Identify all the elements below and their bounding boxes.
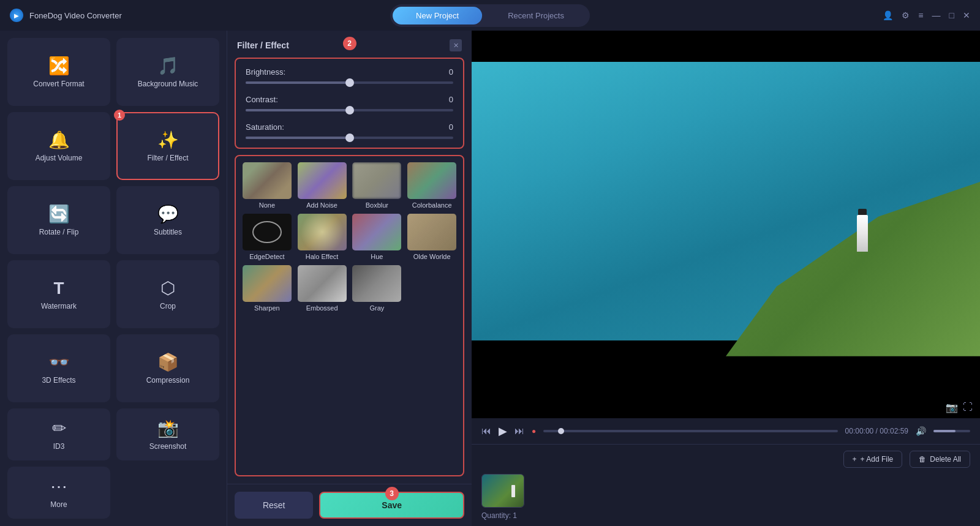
watermark-icon: T [53, 279, 64, 298]
convert-format-label: Convert Format [33, 80, 84, 88]
logo-icon: ▶ [14, 12, 19, 19]
sidebar-item-watermark[interactable]: T Watermark [7, 260, 110, 328]
crop-icon: ⬡ [160, 278, 175, 298]
volume-icon[interactable]: 🔊 [916, 426, 926, 436]
filter-embossed[interactable]: Embossed [297, 265, 347, 312]
settings-icon[interactable]: ⚙ [902, 10, 910, 20]
app-title: FoneDog Video Converter [29, 11, 122, 20]
sidebar-item-adjust-volume[interactable]: 🔔 Adjust Volume [7, 112, 110, 180]
saturation-label: Saturation: [246, 122, 284, 132]
crop-label: Crop [160, 302, 176, 310]
delete-all-icon: 🗑 [919, 455, 926, 464]
skip-back-button[interactable]: ⏮ [481, 426, 491, 437]
sidebar-item-convert-format[interactable]: 🔀 Convert Format [7, 38, 110, 106]
contrast-track[interactable] [246, 109, 453, 111]
panel-close-button[interactable]: ✕ [450, 39, 462, 51]
filter-hue[interactable]: Hue [352, 214, 402, 260]
fullscreen-icon[interactable]: ⛶ [963, 402, 973, 413]
filter-none[interactable]: None [242, 162, 292, 209]
camera-icon[interactable]: 📷 [946, 402, 958, 413]
recent-projects-button[interactable]: Recent Projects [484, 7, 587, 24]
sidebar-item-subtitles[interactable]: 💬 Subtitles [116, 186, 219, 254]
rotate-flip-icon: 🔄 [48, 204, 70, 224]
black-bar-bottom [472, 356, 980, 418]
video-controls: ⏮ ▶ ⏭ ● 00:00:00 / 00:02:59 🔊 [472, 418, 980, 444]
id3-label: ID3 [53, 442, 65, 451]
sidebar-item-filter-effect[interactable]: ✨ Filter / Effect [116, 112, 219, 180]
new-project-button[interactable]: New Project [393, 7, 482, 24]
brightness-track[interactable] [246, 81, 453, 84]
filter-olde-worlde-thumb [407, 214, 456, 250]
title-bar-center: New Project Recent Projects [390, 4, 590, 27]
filter-colorbalance[interactable]: Colorbalance [407, 162, 457, 209]
add-file-button[interactable]: + + Add File [843, 451, 903, 468]
file-item-1: Quantity: 1 [481, 474, 524, 520]
close-button[interactable]: ✕ [963, 10, 970, 20]
contrast-label: Contrast: [246, 95, 278, 104]
sidebar-item-screenshot[interactable]: 📸 Screenshot [116, 408, 219, 460]
brightness-header: Brightness: 0 [246, 67, 453, 77]
sidebar-item-compression[interactable]: 📦 Compression [116, 334, 219, 402]
menu-icon[interactable]: ≡ [918, 10, 923, 20]
contrast-header: Contrast: 0 [246, 95, 453, 104]
file-list: Quantity: 1 [481, 474, 970, 520]
record-button[interactable]: ● [532, 427, 536, 435]
sidebar-item-3d-effects[interactable]: 👓 3D Effects [7, 334, 110, 402]
saturation-header: Saturation: 0 [246, 122, 453, 132]
minimize-button[interactable]: — [932, 10, 941, 20]
more-icon: ⋯ [50, 476, 67, 497]
filter-hue-thumb [352, 214, 401, 250]
background-music-label: Background Music [138, 80, 198, 88]
filter-embossed-thumb [298, 265, 347, 302]
skip-forward-button[interactable]: ⏭ [514, 426, 524, 437]
filter-boxblur-label: Boxblur [366, 201, 388, 209]
progress-bar[interactable] [543, 430, 837, 432]
volume-slider[interactable] [933, 430, 970, 432]
file-toolbar: + + Add File 🗑 Delete All [481, 451, 970, 468]
adjust-volume-label: Adjust Volume [36, 154, 83, 162]
filter-panel: Filter / Effect 2 ✕ Brightness: 0 Contra [227, 31, 472, 526]
sidebar-item-id3[interactable]: ✏ ID3 [7, 408, 110, 460]
app-logo: ▶ [10, 9, 23, 22]
delete-all-button[interactable]: 🗑 Delete All [910, 451, 970, 468]
saturation-track[interactable] [246, 137, 453, 139]
filter-sharpen[interactable]: Sharpen [242, 265, 292, 312]
save-label: Save [382, 500, 402, 510]
panel-badge: 2 [343, 37, 356, 50]
brightness-row: Brightness: 0 [246, 67, 453, 84]
filter-olde-worlde-label: Olde Worlde [413, 253, 451, 260]
file-area: + + Add File 🗑 Delete All Quantity: 1 [472, 444, 980, 526]
filter-sharpen-label: Sharpen [254, 304, 280, 312]
panel-footer: Reset 3 Save [227, 484, 472, 526]
title-bar-left: ▶ FoneDog Video Converter [10, 9, 122, 22]
maximize-button[interactable]: □ [949, 10, 954, 20]
filter-edge-detect[interactable]: EdgeDetect [242, 214, 292, 260]
filter-colorbalance-thumb [407, 162, 456, 199]
add-file-label: + Add File [861, 455, 894, 464]
black-bar-top [472, 31, 980, 66]
save-button[interactable]: 3 Save [319, 492, 464, 519]
sidebar-item-background-music[interactable]: 🎵 Background Music [116, 38, 219, 106]
brightness-label: Brightness: [246, 67, 285, 77]
background-music-icon: 🎵 [157, 56, 179, 76]
time-display: 00:00:00 / 00:02:59 [845, 427, 908, 435]
save-badge: 3 [385, 487, 399, 500]
filter-add-noise[interactable]: Add Noise [297, 162, 347, 209]
3d-effects-icon: 👓 [48, 352, 70, 372]
sidebar-item-rotate-flip[interactable]: 🔄 Rotate / Flip [7, 186, 110, 254]
filter-boxblur-thumb [352, 162, 401, 199]
filter-sharpen-thumb [243, 265, 292, 302]
file-thumb-1[interactable] [481, 474, 524, 508]
filter-halo-effect[interactable]: Halo Effect [297, 214, 347, 260]
filter-edge-detect-label: EdgeDetect [249, 253, 284, 260]
filter-boxblur[interactable]: Boxblur [352, 162, 402, 209]
play-button[interactable]: ▶ [499, 424, 507, 438]
video-area: 📷 ⛶ ⏮ ▶ ⏭ ● 00:00:00 / 00:02:59 🔊 + [472, 31, 980, 526]
saturation-value: 0 [449, 122, 453, 132]
sidebar-item-crop[interactable]: ⬡ Crop [116, 260, 219, 328]
reset-button[interactable]: Reset [235, 492, 313, 519]
user-icon[interactable]: 👤 [883, 10, 893, 20]
filter-gray[interactable]: Gray [352, 265, 402, 312]
filter-olde-worlde[interactable]: Olde Worlde [407, 214, 457, 260]
sidebar-item-more[interactable]: ⋯ More [7, 467, 110, 519]
